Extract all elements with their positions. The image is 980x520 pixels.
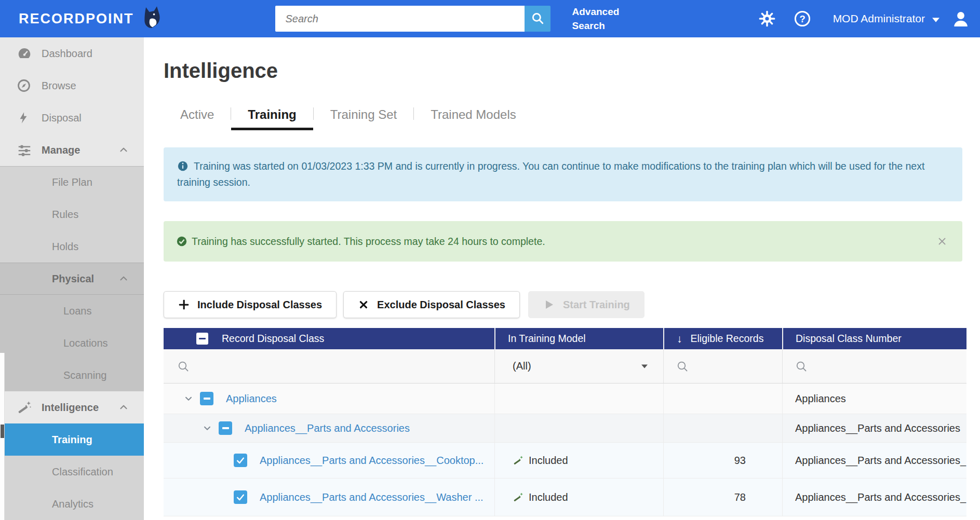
sidebar-item-disposal[interactable]: Disposal bbox=[0, 102, 144, 134]
intelligence-wand-icon bbox=[17, 400, 32, 415]
close-icon[interactable] bbox=[934, 234, 950, 249]
eligible-records-cell bbox=[663, 384, 782, 414]
sidebar-item-scanning[interactable]: Scanning bbox=[0, 359, 144, 391]
sort-descending-arrow-icon: ↓ bbox=[677, 333, 682, 345]
global-search bbox=[275, 6, 551, 32]
tab-training[interactable]: Training bbox=[231, 101, 313, 130]
filter-in-training-model-dropdown[interactable]: (All) bbox=[494, 349, 663, 383]
disposal-class-link[interactable]: Appliances__Parts and Accessories bbox=[245, 422, 410, 434]
exclude-disposal-classes-button[interactable]: Exclude Disposal Classes bbox=[343, 291, 520, 318]
sidebar-item-locations[interactable]: Locations bbox=[0, 327, 144, 359]
sidebar-item-loans[interactable]: Loans bbox=[0, 295, 144, 327]
chevron-down-icon[interactable] bbox=[182, 392, 195, 405]
top-header: RECORDPOINT Advanced Search bbox=[0, 0, 980, 37]
advanced-search-link[interactable]: Advanced Search bbox=[572, 5, 629, 33]
magic-wand-icon bbox=[513, 491, 524, 503]
sidebar-scrollbar-thumb[interactable] bbox=[1, 425, 4, 438]
help-icon[interactable]: ? bbox=[793, 9, 812, 29]
manage-sliders-icon bbox=[17, 142, 32, 158]
column-header-eligible-records[interactable]: ↓ Eligible Records bbox=[663, 328, 782, 349]
disposal-class-number-cell: Appliances__Parts and Accessories bbox=[782, 414, 966, 442]
logo-text: RECORDPOINT bbox=[19, 11, 134, 27]
included-label: Included bbox=[529, 455, 568, 467]
sidebar-item-label: Physical bbox=[52, 273, 94, 285]
sidebar-item-label: Locations bbox=[63, 337, 108, 349]
disposal-class-link[interactable]: Appliances bbox=[226, 393, 277, 405]
browse-compass-icon bbox=[17, 78, 31, 93]
search-button[interactable] bbox=[525, 6, 551, 32]
disposal-class-number-cell: Appliances__Parts and Accessories_ bbox=[782, 478, 966, 516]
disposal-class-link[interactable]: Appliances__Parts and Accessories__Cookt… bbox=[260, 455, 484, 467]
main-content: Intelligence Active Training Training Se… bbox=[144, 37, 980, 520]
user-avatar-icon[interactable] bbox=[951, 9, 971, 29]
sidebar-item-holds[interactable]: Holds bbox=[0, 230, 144, 263]
column-header-disposal-class-number[interactable]: Disposal Class Number bbox=[782, 328, 966, 349]
included-label: Included bbox=[529, 491, 568, 503]
chevron-down-icon bbox=[932, 12, 939, 25]
filter-eligible-records[interactable] bbox=[663, 349, 782, 383]
column-label: Disposal Class Number bbox=[796, 333, 902, 345]
row-checkbox-indeterminate[interactable] bbox=[200, 392, 213, 405]
sidebar-item-rules[interactable]: Rules bbox=[0, 198, 144, 230]
sidebar-item-label: Analytics bbox=[52, 498, 93, 510]
training-started-success-alert: Training has successfully started. This … bbox=[164, 221, 962, 262]
row-checkbox-checked[interactable] bbox=[234, 454, 247, 467]
sidebar-item-intelligence[interactable]: Intelligence bbox=[0, 391, 144, 423]
tab-trained-models[interactable]: Trained Models bbox=[414, 101, 533, 130]
sidebar-item-label: Disposal bbox=[42, 112, 82, 124]
dashboard-gauge-icon bbox=[17, 46, 32, 61]
recordpoint-logo[interactable]: RECORDPOINT bbox=[0, 6, 162, 31]
sidebar-item-training[interactable]: Training bbox=[0, 423, 144, 456]
grid-toolbar: Include Disposal Classes Exclude Disposa… bbox=[164, 291, 980, 318]
tab-training-set[interactable]: Training Set bbox=[314, 101, 414, 130]
sidebar-item-label: Holds bbox=[52, 241, 78, 253]
chevron-down-icon[interactable] bbox=[201, 422, 213, 434]
play-icon bbox=[543, 298, 555, 311]
in-training-cell: Included bbox=[494, 478, 663, 516]
dropdown-selected-value: (All) bbox=[513, 360, 531, 372]
search-icon bbox=[676, 360, 689, 373]
settings-gear-icon[interactable] bbox=[757, 9, 777, 29]
training-progress-info-alert: Training was started on 01/03/2023 1:33 … bbox=[164, 147, 962, 201]
sidebar-item-physical[interactable]: Physical bbox=[0, 263, 144, 295]
filter-record-disposal-class[interactable] bbox=[164, 349, 494, 383]
disposal-class-number-cell: Appliances__Parts and Accessories_ bbox=[782, 443, 966, 478]
column-header-in-training-model[interactable]: In Training Model bbox=[494, 328, 663, 349]
eligible-records-cell: 78 bbox=[663, 478, 782, 516]
table-row: Appliances__Parts and Accessories__Cookt… bbox=[164, 443, 966, 478]
sidebar-nav: Dashboard Browse Disposal bbox=[0, 37, 144, 520]
include-disposal-classes-button[interactable]: Include Disposal Classes bbox=[164, 291, 337, 318]
sidebar-item-classification[interactable]: Classification bbox=[0, 456, 144, 488]
sidebar-item-file-plan[interactable]: File Plan bbox=[0, 166, 144, 198]
include-button-label: Include Disposal Classes bbox=[197, 299, 322, 311]
row-checkbox-indeterminate[interactable] bbox=[219, 421, 232, 435]
info-alert-text: Training was started on 01/03/2023 1:33 … bbox=[177, 160, 924, 188]
column-header-record-disposal-class[interactable]: Record Disposal Class bbox=[164, 328, 494, 349]
chevron-up-icon bbox=[118, 402, 129, 413]
search-input[interactable] bbox=[275, 6, 525, 32]
info-icon bbox=[177, 160, 189, 172]
start-training-button[interactable]: Start Training bbox=[528, 291, 645, 318]
disposal-class-link[interactable]: Appliances__Parts and Accessories__Washe… bbox=[260, 491, 484, 503]
filter-disposal-class-number[interactable] bbox=[782, 349, 966, 383]
disposal-bolt-icon bbox=[17, 111, 30, 125]
sidebar-scrollbar[interactable] bbox=[0, 353, 5, 520]
table-row: Appliances Appliances bbox=[164, 384, 966, 414]
select-all-checkbox-indeterminate[interactable] bbox=[196, 333, 208, 345]
tab-active[interactable]: Active bbox=[164, 101, 231, 130]
sidebar-item-label: File Plan bbox=[52, 176, 92, 188]
eligible-records-cell: 93 bbox=[663, 443, 782, 478]
success-alert-text: Training has successfully started. This … bbox=[192, 236, 545, 248]
sidebar-item-dashboard[interactable]: Dashboard bbox=[0, 37, 144, 70]
in-training-cell: Included bbox=[494, 443, 663, 478]
sidebar-item-label: Intelligence bbox=[42, 402, 99, 414]
sidebar-item-browse[interactable]: Browse bbox=[0, 70, 144, 102]
search-icon bbox=[531, 11, 544, 26]
sidebar-item-analytics[interactable]: Analytics bbox=[0, 488, 144, 520]
search-icon bbox=[177, 360, 190, 373]
sidebar-item-manage[interactable]: Manage bbox=[0, 134, 144, 166]
table-row: Appliances__Parts and Accessories__Washe… bbox=[164, 478, 966, 516]
row-checkbox-checked[interactable] bbox=[234, 490, 247, 504]
user-menu[interactable]: MOD Administrator bbox=[833, 12, 939, 25]
magic-wand-icon bbox=[513, 455, 524, 466]
